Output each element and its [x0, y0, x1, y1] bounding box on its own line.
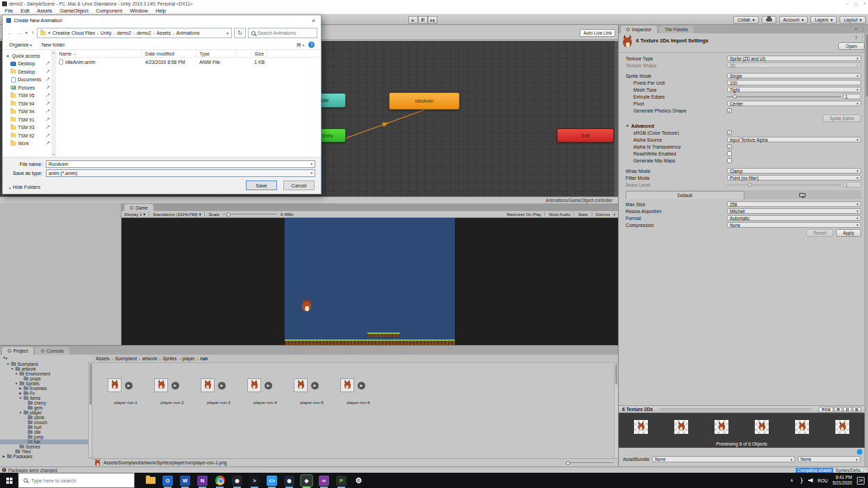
- scale-slider[interactable]: [223, 214, 277, 214]
- tree-item-jump[interactable]: jump: [0, 435, 88, 439]
- expand-sprite-button[interactable]: ▶: [172, 382, 179, 389]
- sidebar-item-desktop[interactable]: Desktop: [3, 60, 51, 68]
- sprite-editor-button[interactable]: Sprite Editor: [823, 115, 861, 122]
- start-button[interactable]: [0, 478, 18, 484]
- sidebar-item-documents[interactable]: Documents: [3, 76, 51, 84]
- minimize-icon[interactable]: –: [846, 1, 848, 6]
- game-button-maximize-on-play[interactable]: Maximize On Play: [507, 212, 542, 217]
- dropdown-texture-shape[interactable]: 2D▾: [727, 62, 861, 68]
- expand-sprite-button[interactable]: ▶: [265, 382, 272, 389]
- tree-item-run[interactable]: run: [0, 439, 88, 444]
- breadcrumb-assets[interactable]: Assets: [156, 31, 170, 35]
- apply-button[interactable]: Apply: [836, 229, 861, 237]
- tray-chevron-icon[interactable]: ∧: [790, 478, 794, 483]
- help-icon[interactable]: ?: [855, 35, 858, 41]
- tree-arrow-icon[interactable]: ▼: [19, 411, 22, 414]
- column-header-name[interactable]: Name▴: [56, 50, 142, 57]
- breadcrumb-more-icon[interactable]: «: [48, 31, 51, 35]
- resolution-dropdown[interactable]: Standalone (1024x768) ▾: [153, 212, 201, 217]
- asset-thumbnail[interactable]: [247, 378, 261, 392]
- tree-item-sprites[interactable]: ▼Sprites: [0, 381, 88, 386]
- back-icon[interactable]: ←: [6, 30, 13, 36]
- network-icon[interactable]: [797, 477, 804, 484]
- expand-sprite-button[interactable]: ▶: [358, 382, 365, 389]
- field-pixels-per-unit[interactable]: 100: [727, 80, 861, 85]
- tree-item-artwork[interactable]: ▼artwork: [0, 367, 88, 371]
- tree-arrow-icon[interactable]: ▶: [19, 392, 22, 395]
- dialog-search-input[interactable]: [258, 31, 313, 35]
- volume-icon[interactable]: [808, 478, 813, 482]
- tree-item-props[interactable]: props: [0, 376, 88, 381]
- assets-scrollbar[interactable]: [614, 363, 618, 458]
- new-folder-button[interactable]: New folder: [42, 42, 65, 47]
- account-button[interactable]: Account▾: [779, 16, 808, 24]
- clock[interactable]: 8:41 PM 5/21/2020: [833, 475, 852, 486]
- asset-player-run-5[interactable]: ▶player-run-5: [294, 378, 330, 405]
- tree-item-hurt[interactable]: hurt: [0, 425, 88, 430]
- language-indicator[interactable]: ROU: [818, 478, 828, 483]
- sidebar-item-tsm-94[interactable]: TSM 94: [3, 100, 51, 108]
- breadcrumb-creative-cloud-files[interactable]: Creative Cloud Files: [53, 31, 95, 35]
- tree-item-gem[interactable]: gem: [0, 405, 88, 410]
- tab-console[interactable]: Console: [35, 347, 69, 355]
- lock-icon[interactable]: ▪: [856, 26, 857, 32]
- organize-button[interactable]: Organize ▾: [9, 42, 32, 47]
- file-row-idleanim.anim[interactable]: IdleAnim.anim4/23/2020 8:58 PMANIM File1…: [56, 58, 321, 66]
- cloud-notification-icon[interactable]: [857, 449, 862, 455]
- unity-editor-icon[interactable]: ◆: [301, 476, 312, 486]
- breadcrumb-player[interactable]: player: [183, 356, 195, 361]
- animator-node-idleanim[interactable]: IdleAnim: [389, 92, 460, 110]
- create-asset-button[interactable]: +▾: [3, 355, 8, 360]
- tree-item-player[interactable]: ▼player: [0, 410, 88, 415]
- layers-button[interactable]: Layers▾: [810, 16, 837, 24]
- slider-value[interactable]: 1: [843, 182, 861, 187]
- menu-help[interactable]: Help: [156, 8, 166, 14]
- views-icon[interactable]: ▤ ▾: [297, 42, 304, 48]
- column-header-size[interactable]: Size: [237, 50, 267, 57]
- tab-inspector[interactable]: Inspector: [621, 26, 657, 33]
- sidebar-scrollbar[interactable]: ▴▾: [51, 50, 56, 157]
- platform-tab-standalone[interactable]: [744, 191, 862, 199]
- close-icon[interactable]: ×: [310, 17, 317, 24]
- breadcrumb-demo2[interactable]: demo2: [117, 31, 131, 35]
- breadcrumb-sprites[interactable]: Sprites: [162, 356, 177, 361]
- tree-arrow-icon[interactable]: ▶: [19, 387, 22, 390]
- game-button-gizmos[interactable]: Gizmos: [596, 212, 610, 217]
- sidebar-item-tsm-93[interactable]: TSM 93: [3, 124, 51, 132]
- sidebar-item-tsm-95[interactable]: TSM 95: [3, 92, 51, 100]
- tree-item-fx[interactable]: ▶Fx: [0, 391, 88, 396]
- pycharm-icon[interactable]: P: [336, 476, 347, 486]
- asset-thumbnail[interactable]: [294, 378, 308, 392]
- sidebar-item-desktop[interactable]: Desktop: [3, 68, 51, 76]
- display-dropdown[interactable]: Display 1 ▾: [124, 212, 145, 217]
- dropdown-alpha-source[interactable]: Input Texture Alpha▾: [727, 137, 861, 142]
- asset-thumbnail[interactable]: [201, 378, 215, 392]
- visual-studio-icon[interactable]: ∞: [319, 476, 329, 486]
- pause-button[interactable]: [418, 16, 428, 24]
- checkbox-generate-mip-maps[interactable]: [727, 158, 732, 163]
- play-button[interactable]: ▶: [408, 16, 418, 24]
- sidebar-item-pictures[interactable]: Pictures: [3, 84, 51, 92]
- menu-edit[interactable]: Edit: [21, 8, 30, 14]
- auto-live-link-button[interactable]: Auto Live Link: [580, 29, 615, 37]
- step-button[interactable]: ▶▮: [428, 16, 437, 24]
- advanced-foldout[interactable]: ▼Advanced: [626, 122, 861, 129]
- thumbnail-size-slider[interactable]: [565, 462, 614, 463]
- chrome-icon[interactable]: [215, 476, 225, 486]
- chevron-down-icon[interactable]: ▾: [226, 31, 228, 35]
- tree-arrow-icon[interactable]: ▶: [2, 455, 6, 458]
- sidebar-item-tsm-94[interactable]: TSM 94: [3, 108, 51, 116]
- revert-button[interactable]: Revert: [806, 229, 833, 237]
- help-icon[interactable]: ?: [308, 42, 315, 48]
- dropdown-resize-algorithm[interactable]: Mitchell▾: [727, 208, 861, 214]
- dropdown-texture-type[interactable]: Sprite (2D and UI)▾: [727, 56, 861, 61]
- breadcrumb-run[interactable]: run: [200, 356, 208, 361]
- menu-dots-icon[interactable]: ⋮: [860, 26, 865, 32]
- dialog-search[interactable]: [248, 28, 317, 38]
- tree-arrow-icon[interactable]: ▼: [6, 362, 10, 366]
- checkbox-read-write-enabled[interactable]: [727, 151, 732, 156]
- breadcrumb-sunnyland[interactable]: Sunnyland: [115, 356, 137, 361]
- asset-player-run-1[interactable]: ▶player-run-1: [108, 378, 144, 405]
- notification-icon[interactable]: 24: [857, 477, 865, 485]
- refresh-icon[interactable]: ↻: [234, 28, 246, 38]
